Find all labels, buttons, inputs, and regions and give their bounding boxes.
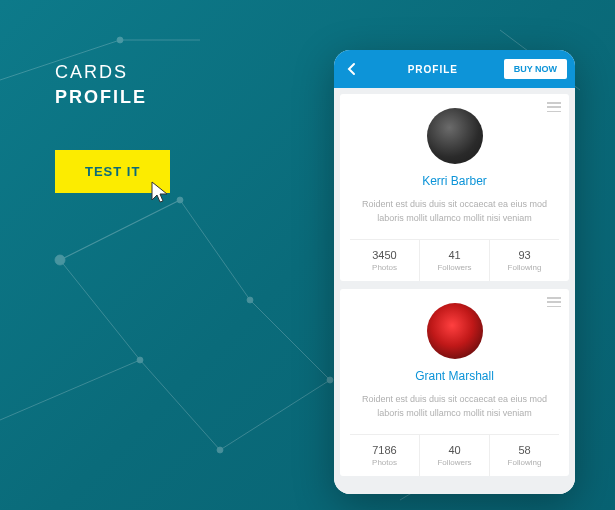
phone-mockup: PROFILE BUY NOW Kerri Barber Roident est… [334, 50, 575, 494]
svg-point-13 [177, 197, 183, 203]
hamburger-icon[interactable] [547, 297, 561, 307]
stat-following[interactable]: 93 Following [489, 240, 559, 281]
heading-line2: PROFILE [55, 87, 147, 108]
svg-line-3 [180, 200, 250, 300]
svg-line-4 [0, 360, 140, 420]
stat-value: 40 [420, 444, 489, 456]
app-bar: PROFILE BUY NOW [334, 50, 575, 88]
stat-value: 93 [490, 249, 559, 261]
svg-point-14 [247, 297, 253, 303]
svg-point-16 [217, 447, 223, 453]
stat-label: Photos [350, 263, 419, 272]
stat-photos[interactable]: 7186 Photos [350, 435, 419, 476]
stats-row: 3450 Photos 41 Followers 93 Following [350, 239, 559, 281]
stat-followers[interactable]: 41 Followers [419, 240, 489, 281]
back-button[interactable] [342, 59, 362, 79]
stats-row: 7186 Photos 40 Followers 58 Following [350, 434, 559, 476]
profile-name: Grant Marshall [350, 369, 559, 383]
stat-label: Following [490, 263, 559, 272]
stat-value: 41 [420, 249, 489, 261]
appbar-title: PROFILE [362, 64, 504, 75]
profile-name: Kerri Barber [350, 174, 559, 188]
profile-bio: Roident est duis duis sit occaecat ea ei… [350, 393, 559, 434]
test-it-button[interactable]: TEST IT [55, 150, 170, 193]
svg-point-18 [327, 377, 333, 383]
svg-line-9 [60, 200, 180, 260]
profile-card: Kerri Barber Roident est duis duis sit o… [340, 94, 569, 281]
svg-line-8 [60, 260, 140, 360]
stat-followers[interactable]: 40 Followers [419, 435, 489, 476]
heading-line1: CARDS [55, 62, 147, 83]
stat-label: Following [490, 458, 559, 467]
stat-photos[interactable]: 3450 Photos [350, 240, 419, 281]
profile-bio: Roident est duis duis sit occaecat ea ei… [350, 198, 559, 239]
avatar [427, 303, 483, 359]
svg-point-15 [137, 357, 143, 363]
svg-line-7 [250, 300, 330, 380]
stat-value: 58 [490, 444, 559, 456]
svg-point-12 [55, 255, 65, 265]
svg-line-6 [220, 380, 330, 450]
hamburger-icon[interactable] [547, 102, 561, 112]
stat-label: Photos [350, 458, 419, 467]
arrow-left-icon [345, 62, 359, 76]
stat-label: Followers [420, 263, 489, 272]
stat-label: Followers [420, 458, 489, 467]
card-list[interactable]: Kerri Barber Roident est duis duis sit o… [334, 88, 575, 494]
svg-point-17 [117, 37, 123, 43]
profile-card: Grant Marshall Roident est duis duis sit… [340, 289, 569, 476]
stat-value: 7186 [350, 444, 419, 456]
stat-following[interactable]: 58 Following [489, 435, 559, 476]
stat-value: 3450 [350, 249, 419, 261]
page-heading: CARDS PROFILE [55, 62, 147, 108]
avatar [427, 108, 483, 164]
svg-line-5 [140, 360, 220, 450]
buy-now-button[interactable]: BUY NOW [504, 59, 567, 79]
